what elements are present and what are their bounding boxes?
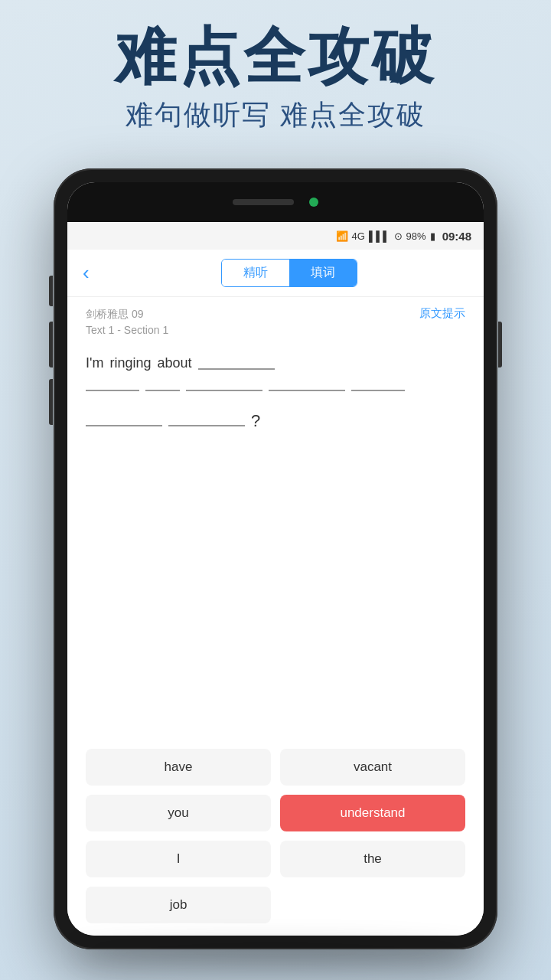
tab-jing-ting[interactable]: 精听 — [222, 260, 289, 286]
main-title: 难点全攻破 — [0, 23, 551, 90]
word-im: I'm — [86, 355, 103, 374]
word-choices: have vacant you understand I the job — [67, 737, 484, 936]
sub-title: 难句做听写 难点全攻破 — [0, 96, 551, 134]
source-line1: 剑桥雅思 09 — [86, 306, 168, 322]
blank-2d — [269, 390, 345, 391]
lte-label: 4G — [352, 230, 365, 242]
nav-bar: ‹ 精听 填词 — [67, 250, 484, 297]
phone-shadow — [76, 942, 475, 965]
side-btn-vol-up — [49, 322, 53, 368]
exercise-area: I'm ringing about ? — [67, 343, 484, 737]
choice-I[interactable]: I — [86, 841, 271, 877]
phone-frame: 📶 4G ▌▌▌ ⊙ 98% ▮ 09:48 ‹ 精听 填词 — [54, 168, 497, 949]
side-btn-power — [49, 276, 53, 306]
choice-have[interactable]: have — [86, 749, 271, 786]
signal-icon: ▌▌▌ — [369, 230, 390, 242]
breadcrumb: 剑桥雅思 09 Text 1 - Section 1 原文提示 — [67, 297, 484, 343]
header-section: 难点全攻破 难句做听写 难点全攻破 — [0, 23, 551, 134]
status-bar: 📶 4G ▌▌▌ ⊙ 98% ▮ 09:48 — [67, 222, 484, 250]
choice-the[interactable]: the — [280, 841, 465, 877]
source-line2: Text 1 - Section 1 — [86, 322, 168, 338]
app-content: ‹ 精听 填词 剑桥雅思 09 Text 1 - Section 1 原文提示 … — [67, 250, 484, 936]
blank-2a — [86, 390, 139, 391]
status-icons: 📶 4G ▌▌▌ ⊙ 98% ▮ 09:48 — [336, 230, 471, 243]
status-time: 09:48 — [442, 230, 471, 243]
phone-top-bar — [67, 182, 484, 222]
battery-pct: 98% — [406, 230, 426, 242]
blank-1 — [198, 368, 275, 370]
choice-vacant[interactable]: vacant — [280, 749, 465, 786]
choice-job[interactable]: job — [86, 887, 271, 923]
sentence-row-1: I'm ringing about — [86, 355, 465, 374]
wifi-icon: 📶 — [336, 230, 348, 242]
blank-3a — [86, 425, 162, 426]
tab-group: 精听 填词 — [221, 259, 357, 287]
clock-icon: ⊙ — [394, 230, 403, 242]
sentence-row-2 — [86, 390, 465, 396]
phone-screen: 📶 4G ▌▌▌ ⊙ 98% ▮ 09:48 ‹ 精听 填词 — [67, 182, 484, 936]
blank-2c — [186, 390, 262, 391]
choice-you[interactable]: you — [86, 795, 271, 831]
breadcrumb-left: 剑桥雅思 09 Text 1 - Section 1 — [86, 306, 168, 338]
sentence-row-3: ? — [86, 411, 465, 431]
blank-2e — [351, 390, 405, 391]
side-btn-vol-down — [49, 379, 53, 425]
word-about: about — [157, 355, 191, 374]
side-btn-right — [498, 322, 502, 368]
blank-3b — [168, 425, 245, 426]
question-mark: ? — [251, 411, 260, 431]
choice-understand[interactable]: understand — [280, 795, 465, 831]
camera — [309, 198, 318, 207]
blank-2b — [145, 390, 180, 391]
back-button[interactable]: ‹ — [83, 261, 110, 285]
hint-button[interactable]: 原文提示 — [419, 306, 465, 321]
word-ringing: ringing — [109, 355, 151, 374]
speaker — [233, 199, 294, 205]
battery-icon: ▮ — [430, 230, 435, 242]
tab-tian-ci[interactable]: 填词 — [289, 260, 357, 286]
